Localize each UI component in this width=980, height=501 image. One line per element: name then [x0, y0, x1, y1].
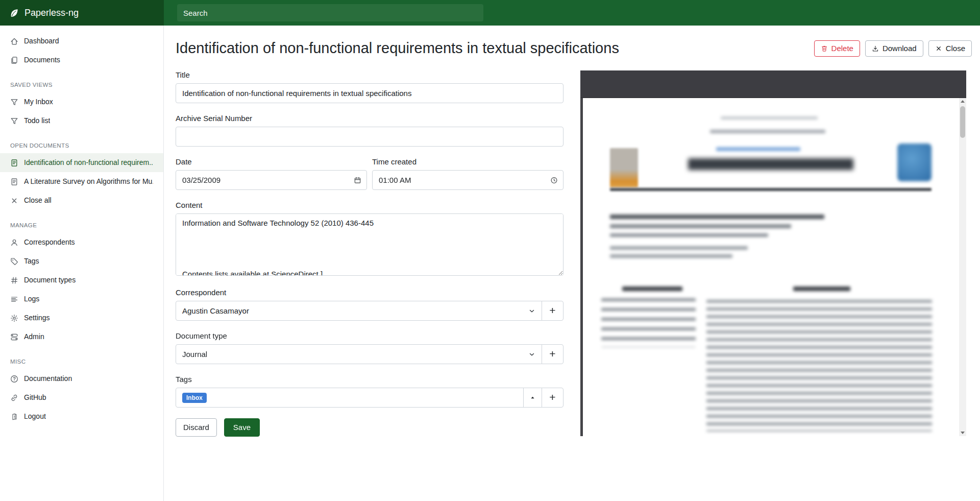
sidebar-item-documents[interactable]: Documents [0, 51, 163, 69]
sidebar-item-documentation[interactable]: Documentation [0, 369, 163, 388]
date-label: Date [176, 157, 367, 166]
leaf-logo-icon [9, 8, 19, 18]
sidebar-item-dashboard[interactable]: Dashboard [0, 32, 163, 51]
scroll-down-arrow-icon[interactable] [959, 429, 966, 436]
sidebar-item-correspondents[interactable]: Correspondents [0, 233, 163, 252]
close-icon [935, 45, 942, 52]
pdf-blur-shape [706, 300, 932, 432]
pdf-viewer-toolbar [580, 70, 966, 98]
open-document-label: A Literature Survey on Algorithms for Mu… [24, 176, 153, 187]
sidebar-item-todo-list[interactable]: Todo list [0, 111, 163, 130]
toggles-icon [10, 333, 18, 341]
sidebar-item-my-inbox[interactable]: My Inbox [0, 92, 163, 111]
files-icon [10, 56, 18, 64]
title-label: Title [176, 70, 564, 79]
sidebar-open-document-2[interactable]: A Literature Survey on Algorithms for Mu… [0, 172, 163, 191]
sidebar-item-admin[interactable]: Admin [0, 327, 163, 346]
pdf-blur-shape [688, 158, 853, 170]
sidebar-item-logs[interactable]: Logs [0, 290, 163, 308]
sidebar-item-label: Document types [24, 275, 76, 285]
sidebar-item-label: Logs [24, 294, 39, 304]
tag-badge-inbox[interactable]: Inbox [182, 393, 207, 403]
delete-label: Delete [831, 43, 853, 54]
pdf-scrollbar[interactable] [959, 98, 966, 436]
app-brand-label: Paperless-ng [24, 8, 79, 18]
close-label: Close [946, 43, 965, 54]
time-created-label: Time created [372, 157, 564, 166]
pdf-blur-shape [710, 130, 825, 133]
pdf-blur-shape [610, 214, 824, 219]
manage-header: MANAGE [0, 210, 163, 233]
search-input[interactable] [177, 4, 483, 21]
tags-label: Tags [176, 375, 564, 384]
tag-icon [10, 257, 18, 266]
content-textarea[interactable]: Information and Software Technology 52 (… [176, 213, 564, 276]
pdf-blur-shape [610, 224, 791, 228]
pdf-preview [580, 70, 966, 436]
tags-input[interactable]: Inbox [176, 388, 524, 408]
sidebar-item-document-types[interactable]: Document types [0, 271, 163, 290]
pdf-blur-shape [793, 287, 850, 291]
time-created-input[interactable] [372, 170, 564, 190]
content-label: Content [176, 201, 564, 209]
sidebar-item-logout[interactable]: Logout [0, 407, 163, 426]
pdf-blur-shape [897, 144, 932, 181]
app-brand[interactable]: Paperless-ng [0, 0, 164, 26]
close-icon [10, 197, 18, 205]
tags-dropdown-toggle[interactable] [523, 388, 542, 408]
caret-up-icon [530, 395, 535, 400]
sidebar-item-label: Close all [24, 195, 52, 206]
document-actions: Delete Download Close [814, 40, 972, 57]
sidebar: Dashboard Documents SAVED VIEWS My Inbox… [0, 26, 164, 501]
calendar-icon[interactable] [354, 176, 361, 184]
logout-door-icon [10, 413, 18, 421]
sidebar-item-label: GitHub [24, 392, 46, 403]
sidebar-item-label: Documents [24, 55, 60, 65]
pdf-scrollbar-thumb[interactable] [960, 106, 965, 138]
sidebar-open-document-1[interactable]: Identification of non-functional require… [0, 153, 163, 172]
correspondent-select[interactable]: Agustin Casamayor [176, 301, 542, 321]
open-documents-header: OPEN DOCUMENTS [0, 130, 163, 153]
add-tag-button[interactable]: + [542, 388, 564, 408]
document-type-select[interactable]: Journal [176, 344, 542, 364]
pdf-blur-shape [610, 148, 638, 187]
pdf-blur-shape [721, 116, 818, 120]
add-correspondent-button[interactable]: + [542, 301, 564, 321]
discard-button[interactable]: Discard [176, 418, 217, 437]
pdf-blur-shape [610, 246, 748, 250]
pdf-blur-shape [716, 147, 800, 151]
link-icon [10, 394, 18, 402]
date-input[interactable] [176, 170, 367, 190]
person-icon [10, 238, 18, 247]
plus-icon: + [549, 392, 555, 402]
sidebar-item-settings[interactable]: Settings [0, 308, 163, 327]
delete-button[interactable]: Delete [814, 40, 860, 57]
house-icon [10, 37, 18, 45]
document-type-label: Document type [176, 331, 564, 340]
clock-icon[interactable] [550, 176, 558, 184]
sidebar-item-label: Correspondents [24, 237, 75, 248]
close-button[interactable]: Close [928, 40, 972, 57]
sidebar-item-label: Admin [24, 331, 44, 342]
file-text-icon [10, 159, 18, 167]
pdf-blur-shape [622, 287, 682, 291]
sidebar-item-tags[interactable]: Tags [0, 252, 163, 271]
save-button[interactable]: Save [224, 418, 260, 437]
pdf-page [583, 98, 959, 436]
add-document-type-button[interactable]: + [542, 344, 564, 364]
sidebar-item-github[interactable]: GitHub [0, 388, 163, 407]
sidebar-item-label: Tags [24, 256, 39, 267]
pdf-blur-shape [610, 254, 732, 258]
correspondent-selected-value: Agustin Casamayor [182, 306, 249, 315]
top-navbar: Paperless-ng [0, 0, 980, 26]
sidebar-item-close-all[interactable]: Close all [0, 191, 163, 210]
title-input[interactable] [176, 83, 564, 103]
archive-serial-number-input[interactable] [176, 127, 564, 147]
sidebar-item-label: Logout [24, 411, 46, 422]
document-edit-form: Title Archive Serial Number Date [176, 70, 564, 447]
navbar-search-area [164, 0, 980, 26]
sidebar-item-label: Documentation [24, 373, 72, 384]
download-button[interactable]: Download [865, 40, 923, 57]
scroll-up-arrow-icon[interactable] [959, 98, 966, 105]
plus-icon: + [549, 305, 555, 316]
